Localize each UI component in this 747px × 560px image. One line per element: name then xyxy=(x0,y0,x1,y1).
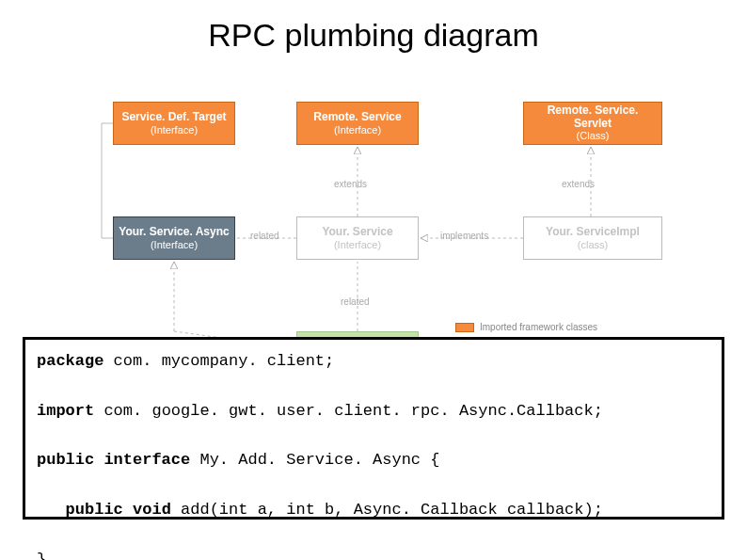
edge-extends-1: extends xyxy=(334,179,367,189)
box-sublabel: (Interface) xyxy=(334,124,381,136)
edge-related-2: related xyxy=(341,296,370,307)
edge-related-1: related xyxy=(250,231,279,241)
box-label: Remote. Service. Servlet xyxy=(528,104,658,131)
legend-row: Imported framework classes xyxy=(455,322,719,332)
box-your-service-impl: Your. ServiceImpl (class) xyxy=(523,216,662,260)
code-text: com. mycompany. client; xyxy=(103,352,334,370)
code-text: com. google. gwt. user. client. rpc. Asy… xyxy=(94,402,603,420)
legend-swatch-framework xyxy=(455,323,474,332)
box-sublabel: (class) xyxy=(578,239,608,251)
box-label: Service. Def. Target xyxy=(121,111,226,124)
box-remote-service: Remote. Service (Interface) xyxy=(296,102,419,145)
edge-extends-2: extends xyxy=(562,179,595,189)
code-keyword: public interface xyxy=(37,451,190,469)
box-sublabel: (Interface) xyxy=(334,239,381,251)
box-label: Your. Service. Async xyxy=(119,226,229,239)
box-service-def-target: Service. Def. Target (Interface) xyxy=(113,102,235,145)
box-label: Remote. Service xyxy=(313,111,401,124)
code-overlay: package com. mycompany. client; import c… xyxy=(23,337,724,520)
box-label: Your. Service xyxy=(322,226,392,239)
box-sublabel: (Interface) xyxy=(151,124,198,136)
box-your-service-async: Your. Service. Async (Interface) xyxy=(113,216,235,260)
code-text: My. Add. Service. Async { xyxy=(190,451,439,469)
code-text: add(int a, int b, Async. Callback callba… xyxy=(171,501,603,519)
box-sublabel: (Class) xyxy=(577,130,610,142)
code-keyword: import xyxy=(37,402,94,420)
code-text: } xyxy=(37,551,46,560)
code-keyword: package xyxy=(37,352,103,370)
box-sublabel: (Interface) xyxy=(151,239,198,251)
legend-label: Imported framework classes xyxy=(480,322,597,332)
code-keyword: public void xyxy=(66,501,171,519)
edge-implements: implements xyxy=(440,231,488,241)
box-label: Your. ServiceImpl xyxy=(546,226,640,239)
box-remote-service-servlet: Remote. Service. Servlet (Class) xyxy=(523,102,662,145)
box-your-service: Your. Service (Interface) xyxy=(296,216,419,260)
